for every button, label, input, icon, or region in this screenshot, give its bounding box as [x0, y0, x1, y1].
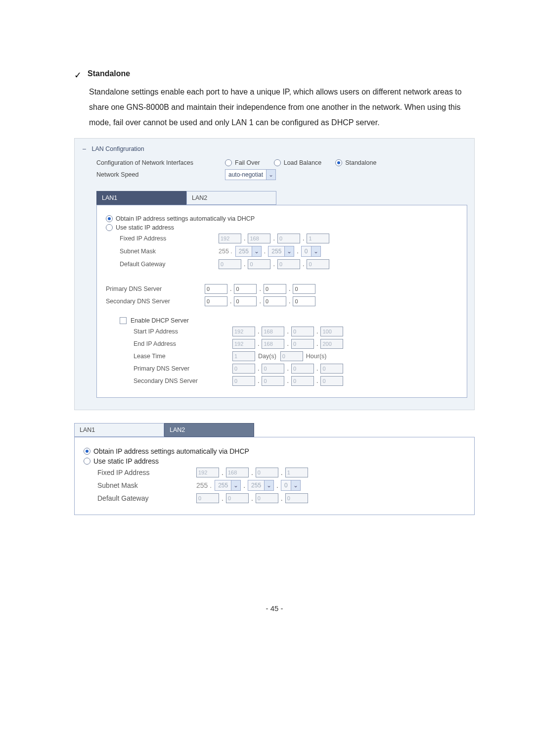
dhcp-start-label: Start IP Address	[134, 328, 232, 335]
dhcp-sec-3[interactable]	[291, 376, 314, 386]
dhcp-start-1[interactable]	[232, 327, 255, 336]
lease-hours[interactable]	[280, 351, 303, 361]
lan1-gw-1[interactable]	[219, 259, 241, 269]
section-heading-standalone: Standalone	[88, 69, 130, 78]
lan1-fixed-ip-4[interactable]	[307, 234, 329, 243]
lan1-sec-dns-2[interactable]	[234, 296, 257, 306]
lan1-sec-dns-label: Secondary DNS Server	[106, 298, 205, 305]
lan1-sec-dns-3[interactable]	[264, 296, 286, 306]
lan2-fixed-ip-1[interactable]	[196, 468, 219, 477]
dhcp-start-4[interactable]	[320, 327, 343, 336]
lan1-gw-2[interactable]	[248, 259, 270, 269]
lan2-subnet-sel2[interactable]: 255⌄	[248, 480, 274, 491]
lan1-opt-dhcp-label: Obtain IP address settings automatically…	[116, 215, 255, 222]
intro-paragraph: Standalone settings enable each port to …	[89, 84, 475, 131]
lan2-subnet-prefix: 255 .	[196, 481, 212, 489]
lan1-pri-dns-2[interactable]	[234, 284, 257, 294]
lan2-gw-3[interactable]	[256, 493, 278, 503]
lan1-pri-dns-label: Primary DNS Server	[106, 285, 205, 292]
lan2-opt-static-label: Use static IP address	[93, 457, 159, 465]
network-speed-value: auto-negotiat	[225, 171, 266, 178]
lan2-subnet-label: Subnet Mask	[97, 481, 196, 489]
lan1-gw-3[interactable]	[277, 259, 300, 269]
lan1-fixed-ip-1[interactable]	[219, 234, 241, 243]
lan1-subnet-sel3[interactable]: 0⌄	[301, 246, 321, 257]
lan1-pri-dns-1[interactable]	[205, 284, 227, 294]
dhcp-sec-4[interactable]	[320, 376, 343, 386]
lan2-fixed-ip-4[interactable]	[285, 468, 308, 477]
lan1-subnet-sel2[interactable]: 255⌄	[268, 246, 294, 257]
lan1-opt-static[interactable]: Use static IP address	[106, 224, 458, 231]
dhcp-end-1[interactable]	[232, 339, 255, 349]
chevron-down-icon: ⌄	[264, 480, 273, 490]
dhcp-pri-3[interactable]	[291, 364, 314, 374]
radio-icon	[84, 458, 90, 465]
chevron-down-icon: ⌄	[231, 480, 240, 490]
lan2-opt-static[interactable]: Use static IP address	[84, 457, 465, 465]
lan2-subnet-sel1[interactable]: 255⌄	[215, 480, 241, 491]
tab-lan2[interactable]: LAN2	[186, 191, 276, 205]
lan1-fixed-ip-2[interactable]	[248, 234, 270, 243]
collapse-icon[interactable]: –	[83, 145, 86, 152]
page-number: - 45 -	[74, 604, 475, 613]
dhcp-sec-dns-label: Secondary DNS Server	[134, 378, 232, 384]
dhcp-sec-2[interactable]	[262, 376, 284, 386]
radio-icon	[335, 159, 342, 166]
lan2-opt-dhcp-label: Obtain IP address settings automatically…	[93, 447, 249, 455]
lan1-fixed-ip-label: Fixed IP Address	[120, 235, 219, 242]
mode-failover[interactable]: Fail Over	[225, 159, 260, 166]
lan1-pri-dns-4[interactable]	[293, 284, 315, 294]
lan2-gw-4[interactable]	[285, 493, 308, 503]
chevron-down-icon: ⌄	[266, 170, 275, 180]
enable-dhcp-checkbox[interactable]	[120, 317, 127, 324]
lease-days[interactable]	[232, 351, 255, 361]
lan1-tab-body: Obtain IP address settings automatically…	[96, 205, 467, 398]
mode-loadbalance[interactable]: Load Balance	[274, 159, 321, 166]
lan1-gw-4[interactable]	[307, 259, 329, 269]
subnet-prefix: 255 .	[219, 248, 232, 255]
lan1-fixed-ip-3[interactable]	[277, 234, 300, 243]
radio-icon	[106, 215, 113, 222]
dhcp-end-2[interactable]	[262, 339, 284, 349]
check-icon: ✓	[74, 70, 82, 81]
dhcp-end-4[interactable]	[320, 339, 343, 349]
dhcp-pri-dns-label: Primary DNS Server	[134, 365, 232, 372]
lan1-subnet-label: Subnet Mask	[120, 248, 219, 255]
network-speed-label: Network Speed	[82, 171, 225, 178]
network-speed-select[interactable]: auto-negotiat ⌄	[225, 169, 276, 180]
tab2-lan1[interactable]: LAN1	[74, 423, 164, 437]
dhcp-pri-1[interactable]	[232, 364, 255, 374]
chevron-down-icon: ⌄	[311, 246, 320, 256]
lan2-opt-dhcp[interactable]: Obtain IP address settings automatically…	[84, 447, 465, 455]
radio-icon	[106, 224, 113, 231]
lan2-tab-body: Obtain IP address settings automatically…	[74, 437, 475, 515]
dhcp-start-3[interactable]	[291, 327, 314, 336]
lan2-fixed-ip-2[interactable]	[226, 468, 249, 477]
mode-loadbalance-label: Load Balance	[284, 159, 321, 166]
lan1-sec-dns-4[interactable]	[293, 296, 315, 306]
config-interfaces-label: Configuration of Network Interfaces	[82, 159, 225, 166]
lan-config-panel: – LAN Configruration Configuration of Ne…	[74, 138, 475, 410]
lan1-pri-dns-3[interactable]	[264, 284, 286, 294]
lan2-fixed-ip-3[interactable]	[256, 468, 278, 477]
lease-days-unit: Day(s)	[258, 353, 276, 360]
lan2-subnet-sel3[interactable]: 0⌄	[281, 480, 301, 491]
mode-standalone[interactable]: Standalone	[335, 159, 376, 166]
dhcp-pri-2[interactable]	[262, 364, 284, 374]
lan1-opt-dhcp[interactable]: Obtain IP address settings automatically…	[106, 215, 458, 222]
dhcp-end-3[interactable]	[291, 339, 314, 349]
lease-time-label: Lease Time	[134, 353, 232, 360]
dhcp-sec-1[interactable]	[232, 376, 255, 386]
chevron-down-icon: ⌄	[291, 480, 300, 490]
tab2-lan2[interactable]: LAN2	[164, 423, 254, 437]
lan2-gw-2[interactable]	[226, 493, 249, 503]
dhcp-end-label: End IP Address	[134, 340, 232, 347]
radio-icon	[84, 448, 90, 455]
lan1-sec-dns-1[interactable]	[205, 296, 227, 306]
tab-lan1[interactable]: LAN1	[96, 191, 186, 205]
lan2-gw-1[interactable]	[196, 493, 219, 503]
dhcp-pri-4[interactable]	[320, 364, 343, 374]
lan1-gateway-label: Default Gateway	[120, 261, 219, 268]
dhcp-start-2[interactable]	[262, 327, 284, 336]
lan1-subnet-sel1[interactable]: 255⌄	[235, 246, 262, 257]
